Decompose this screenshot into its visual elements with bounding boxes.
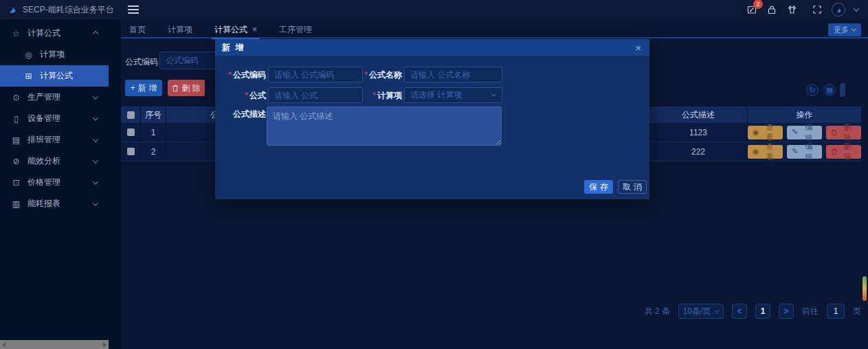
analysis-icon: ⊘ bbox=[11, 157, 21, 166]
refresh-icon[interactable]: ↻ bbox=[806, 84, 819, 96]
calc-item-select[interactable]: 请选择 计算项 bbox=[404, 87, 502, 103]
grid-icon: ⊞ bbox=[23, 71, 34, 81]
sidebar-item-production[interactable]: ⊙ 生产管理 bbox=[0, 87, 109, 108]
goto-page-input[interactable] bbox=[827, 304, 845, 319]
chevron-down-icon bbox=[852, 27, 856, 32]
field-label-code: *公式编码 bbox=[216, 69, 266, 81]
page-unit-label: 页 bbox=[853, 306, 861, 317]
fullscreen-icon[interactable] bbox=[812, 4, 823, 15]
scroll-right-arrow-icon[interactable] bbox=[103, 342, 107, 348]
trash-icon bbox=[831, 129, 837, 136]
device-icon: ▯ bbox=[11, 114, 21, 124]
chevron-down-icon bbox=[715, 308, 720, 313]
row-index: 1 bbox=[141, 123, 166, 142]
chevron-down-icon bbox=[93, 200, 98, 205]
column-header-index: 序号 bbox=[141, 106, 166, 123]
next-page-button[interactable]: > bbox=[779, 304, 794, 319]
modal-close-icon[interactable]: × bbox=[635, 42, 643, 54]
view-button[interactable]: ◉ 查 看 bbox=[748, 145, 783, 159]
chevron-down-icon bbox=[491, 92, 496, 97]
user-avatar[interactable] bbox=[832, 3, 845, 16]
theme-shirt-icon[interactable] bbox=[786, 4, 797, 15]
sidebar-item-calc-item[interactable]: ◎ 计算项 bbox=[0, 44, 109, 65]
cancel-button[interactable]: 取 消 bbox=[618, 180, 647, 194]
more-button[interactable]: 更多 bbox=[828, 23, 861, 36]
add-button[interactable]: + 新 增 bbox=[125, 80, 162, 96]
scroll-left-arrow-icon[interactable] bbox=[2, 342, 5, 348]
top-header: SECP-能耗综合业务平台 2 bbox=[0, 0, 868, 19]
tab-process[interactable]: 工序管理 bbox=[279, 21, 312, 38]
chevron-down-icon bbox=[93, 157, 98, 163]
tab-home[interactable]: 首页 bbox=[129, 21, 146, 38]
row-delete-button[interactable]: 删 除 bbox=[826, 126, 861, 139]
calendar-icon: ▤ bbox=[11, 135, 21, 145]
scrollbar-thumb[interactable] bbox=[840, 83, 845, 97]
formula-desc-textarea[interactable] bbox=[267, 106, 502, 146]
gear-icon: ◎ bbox=[23, 50, 34, 60]
filter-label: 公式编码 bbox=[125, 56, 158, 68]
sidebar-item-device[interactable]: ▯ 设备管理 bbox=[0, 108, 109, 129]
tab-calc-item[interactable]: 计算项 bbox=[168, 21, 192, 38]
tab-calc-formula[interactable]: 计算公式 × bbox=[214, 21, 257, 38]
sidebar-item-schedule[interactable]: ▤ 排班管理 bbox=[0, 129, 109, 150]
select-all-checkbox[interactable] bbox=[127, 111, 135, 119]
pencil-icon: ✎ bbox=[792, 147, 798, 156]
prev-page-button[interactable]: < bbox=[732, 304, 747, 319]
production-icon: ⊙ bbox=[11, 93, 21, 102]
logo-swoosh-icon bbox=[7, 4, 18, 15]
sidebar-item-price[interactable]: ⊡ 价格管理 bbox=[0, 172, 109, 193]
chevron-down-icon bbox=[93, 136, 98, 142]
user-menu-chevron-down-icon[interactable] bbox=[854, 5, 859, 11]
notification-badge: 2 bbox=[753, 0, 763, 9]
chevron-down-icon bbox=[93, 115, 98, 120]
chevron-down-icon bbox=[93, 179, 98, 184]
tab-bar: 首页 计算项 计算公式 × 工序管理 更多 bbox=[121, 22, 868, 38]
pagination: 共 2 条 10条/页 < 1 > 前往 页 bbox=[645, 304, 861, 319]
pagination-total: 共 2 条 bbox=[645, 306, 670, 317]
lock-icon[interactable] bbox=[766, 4, 777, 15]
row-delete-button[interactable]: 删 除 bbox=[826, 145, 861, 159]
app-title: SECP-能耗综合业务平台 bbox=[23, 4, 114, 16]
formula-code-input[interactable] bbox=[268, 67, 363, 82]
horizontal-scrollbar[interactable] bbox=[0, 340, 109, 349]
trash-icon bbox=[831, 148, 837, 155]
current-page[interactable]: 1 bbox=[755, 304, 770, 319]
chevron-down-icon bbox=[93, 93, 98, 99]
field-label-item: *计算项 bbox=[353, 90, 402, 102]
column-settings-icon[interactable]: ▦ bbox=[823, 84, 836, 96]
report-icon: ▥ bbox=[11, 199, 21, 209]
tab-close-icon[interactable]: × bbox=[252, 25, 257, 34]
goto-label: 前往 bbox=[802, 306, 819, 317]
delete-button[interactable]: 删 除 bbox=[168, 80, 205, 96]
row-index: 2 bbox=[141, 142, 166, 161]
eye-icon: ◉ bbox=[753, 128, 759, 137]
row-checkbox[interactable] bbox=[127, 128, 135, 136]
row-desc: 222 bbox=[649, 142, 748, 161]
right-edge-indicator bbox=[863, 276, 867, 301]
field-label-formula: *公式 bbox=[216, 90, 266, 102]
hamburger-menu-icon[interactable] bbox=[128, 5, 139, 14]
save-button[interactable]: 保 存 bbox=[584, 180, 613, 194]
sidebar-item-report[interactable]: ▥ 能耗报表 bbox=[0, 193, 109, 214]
add-formula-modal: 新 增 × *公式编码 *公式名称 *公式 *计算项 请选择 计算项 公式描述 … bbox=[215, 39, 649, 199]
message-edit-icon[interactable]: 2 bbox=[746, 4, 757, 15]
view-button[interactable]: ◉ 查 看 bbox=[748, 126, 783, 139]
row-desc: 1123 bbox=[649, 123, 748, 142]
column-header-desc: 公式描述 bbox=[649, 106, 748, 123]
page-size-select[interactable]: 10条/页 bbox=[678, 304, 724, 319]
formula-name-input[interactable] bbox=[404, 67, 502, 82]
edit-button[interactable]: ✎ 编 辑 bbox=[787, 145, 822, 159]
price-icon: ⊡ bbox=[11, 178, 21, 188]
formula-input[interactable] bbox=[268, 87, 363, 103]
sidebar-item-calc-formula[interactable]: ⊞ 计算公式 bbox=[0, 65, 109, 87]
field-label-desc: 公式描述 bbox=[216, 109, 266, 120]
modal-title: 新 增 bbox=[222, 42, 245, 54]
sidebar-item-efficiency[interactable]: ⊘ 能效分析 bbox=[0, 150, 109, 172]
star-icon: ☆ bbox=[11, 29, 21, 38]
row-checkbox[interactable] bbox=[127, 148, 135, 155]
column-header-ops: 操作 bbox=[748, 106, 861, 123]
pencil-icon: ✎ bbox=[792, 128, 798, 137]
sidebar-item-calc-formula-group[interactable]: ☆ 计算公式 bbox=[0, 23, 109, 44]
modal-header: 新 增 × bbox=[215, 39, 649, 56]
edit-button[interactable]: ✎ 编 辑 bbox=[787, 126, 822, 139]
